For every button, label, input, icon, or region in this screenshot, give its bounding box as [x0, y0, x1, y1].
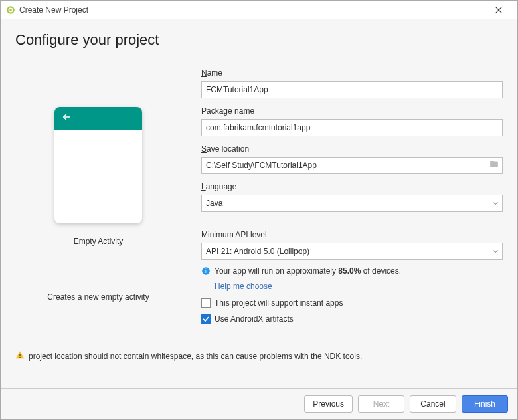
previous-button[interactable]: Previous: [304, 395, 353, 413]
svg-point-2: [9, 9, 12, 11]
api-info-row: i Your app will run on approximately 85.…: [201, 266, 503, 278]
name-input[interactable]: [201, 81, 503, 98]
back-arrow-icon: [61, 112, 72, 125]
api-info-text: Your app will run on approximately 85.0%…: [215, 266, 401, 276]
instant-apps-row: This project will support instant apps: [201, 298, 503, 308]
svg-rect-8: [19, 357, 20, 358]
chevron-down-icon: [493, 199, 498, 208]
window-close-button[interactable]: [485, 1, 512, 19]
warning-icon: [15, 350, 25, 362]
template-description: Creates a new empty activity: [47, 292, 149, 302]
warning-text: project location should not contain whit…: [29, 352, 362, 361]
min-api-label: Minimum API level: [201, 230, 503, 239]
info-icon: i: [201, 266, 211, 278]
language-label: Language: [201, 182, 503, 191]
instant-apps-label: This project will support instant apps: [215, 298, 343, 308]
finish-button[interactable]: Finish: [462, 395, 508, 413]
phone-preview: [54, 107, 142, 223]
androidx-label: Use AndroidX artifacts: [215, 314, 294, 324]
browse-folder-button[interactable]: [489, 159, 499, 171]
language-select[interactable]: Java: [201, 195, 503, 212]
save-location-label: Save location: [201, 144, 503, 154]
dialog-footer: Previous Next Cancel Finish: [1, 388, 517, 419]
package-name-label: Package name: [201, 106, 503, 116]
save-location-input[interactable]: [201, 157, 503, 174]
name-label: Name: [201, 68, 503, 78]
min-api-select[interactable]: API 21: Android 5.0 (Lollipop): [201, 243, 503, 260]
window-title: Create New Project: [19, 5, 88, 15]
instant-apps-checkbox[interactable]: [201, 298, 211, 308]
androidx-checkbox[interactable]: [201, 314, 211, 324]
androidx-row: Use AndroidX artifacts: [201, 314, 503, 324]
package-name-input[interactable]: [201, 119, 503, 136]
dialog-window: Create New Project Configure your projec…: [0, 0, 518, 420]
app-icon: [6, 5, 15, 15]
svg-text:i: i: [205, 268, 207, 274]
divider: [201, 223, 503, 223]
cancel-button[interactable]: Cancel: [410, 395, 456, 413]
template-name: Empty Activity: [74, 237, 124, 246]
page-title: Configure your project: [15, 31, 503, 49]
min-api-value: API 21: Android 5.0 (Lollipop): [206, 247, 309, 256]
language-value: Java: [206, 199, 222, 208]
phone-preview-header: [54, 107, 142, 130]
next-button[interactable]: Next: [358, 395, 404, 413]
template-preview-column: Empty Activity Creates a new empty activ…: [15, 60, 181, 324]
help-me-choose-link[interactable]: Help me choose: [215, 282, 272, 291]
warning-row: project location should not contain whit…: [15, 350, 503, 362]
form-column: Name Package name Save location Language…: [201, 60, 503, 324]
titlebar: Create New Project: [1, 1, 517, 19]
dialog-body: Configure your project Empty Activity Cr…: [1, 19, 517, 388]
chevron-down-icon: [493, 247, 498, 256]
svg-rect-7: [19, 354, 20, 356]
